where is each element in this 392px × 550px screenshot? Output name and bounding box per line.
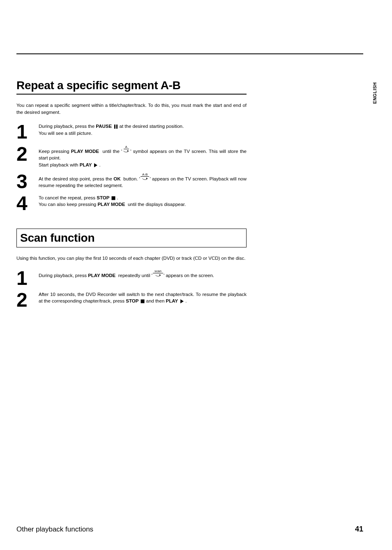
stop-icon	[141, 299, 145, 303]
key-label: PLAY MODE	[88, 273, 117, 278]
step-body: During playback, press the PAUSE at the …	[39, 123, 247, 136]
repeat-ab-icon: A-B	[141, 173, 149, 181]
key-label: PLAY	[166, 298, 184, 303]
scan-icon: scan	[153, 269, 163, 278]
key-label: STOP	[126, 298, 145, 303]
step-body: To cancel the repeat, press STOP .You ca…	[39, 194, 247, 208]
key-label: PLAY	[80, 162, 98, 167]
footer-section-title: Other playback functions	[16, 525, 93, 534]
step: 1During playback, press PLAY MODE repeat…	[16, 269, 247, 287]
step-body: During playback, press PLAY MODE repeate…	[39, 269, 247, 279]
intro-scan: Using this function, you can play the fi…	[16, 255, 247, 262]
stop-icon	[111, 196, 115, 200]
step-number: 4	[16, 194, 31, 212]
content: Repeat a specific segment A-B You can re…	[16, 79, 363, 309]
svg-rect-5	[112, 196, 115, 200]
step-number: 1	[16, 123, 31, 141]
step-body: Keep pressing PLAY MODE until the 'A' sy…	[39, 145, 247, 169]
svg-marker-3	[94, 163, 97, 167]
key-label: STOP	[97, 195, 115, 200]
pause-icon	[114, 125, 118, 129]
step-number: 2	[16, 291, 31, 309]
language-tab: ENGLISH	[372, 82, 377, 104]
svg-rect-0	[114, 125, 115, 129]
key-label: OK	[113, 176, 122, 181]
step-number: 3	[16, 173, 31, 190]
svg-rect-1	[116, 125, 118, 129]
page: ENGLISH Repeat a specific segment A-B Yo…	[0, 0, 392, 550]
key-label: PLAY MODE	[97, 202, 126, 207]
step-body: After 10 seconds, the DVD Recorder will …	[39, 291, 247, 305]
footer: Other playback functions 41	[16, 525, 363, 534]
play-icon	[94, 163, 98, 167]
intro-repeat-ab: You can repeat a specific segment within…	[16, 102, 247, 116]
key-label: PAUSE	[96, 124, 118, 129]
step-number: 2	[16, 145, 31, 163]
step-number: 1	[16, 269, 31, 287]
step: 1During playback, press the PAUSE at the…	[16, 123, 247, 141]
step: 3At the desired stop point, press the OK…	[16, 173, 247, 190]
key-label: PLAY MODE	[71, 149, 101, 154]
step: 4To cancel the repeat, press STOP .You c…	[16, 194, 247, 212]
steps-repeat-ab: 1During playback, press the PAUSE at the…	[16, 123, 247, 212]
step: 2Keep pressing PLAY MODE until the 'A' s…	[16, 145, 247, 169]
step: 2After 10 seconds, the DVD Recorder will…	[16, 291, 247, 309]
play-icon	[180, 299, 184, 303]
page-number: 41	[355, 525, 363, 534]
svg-rect-7	[141, 300, 145, 303]
svg-marker-8	[180, 299, 184, 303]
heading-repeat-ab: Repeat a specific segment A-B	[16, 79, 247, 95]
step-body: At the desired stop point, press the OK …	[39, 173, 247, 189]
repeat-a-icon: A	[122, 145, 130, 154]
heading-scan: Scan function	[16, 229, 247, 247]
top-rule	[16, 53, 363, 54]
steps-scan: 1During playback, press PLAY MODE repeat…	[16, 269, 247, 309]
